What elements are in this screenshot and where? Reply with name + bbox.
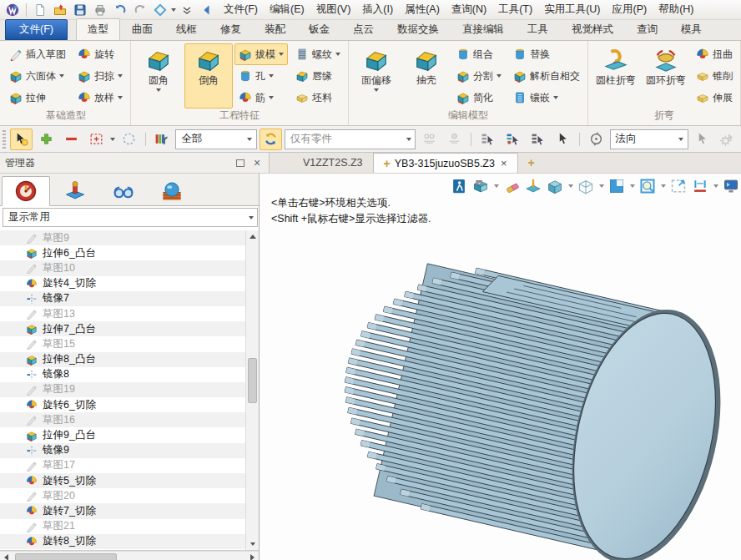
box-select-dropdown-icon[interactable] <box>110 138 115 141</box>
ribbon-button-旋转[interactable]: 旋转 <box>73 43 127 65</box>
show-common-combobox[interactable]: 显示常用 <box>3 208 258 227</box>
menu-视图(V)[interactable]: 视图(V) <box>310 1 357 18</box>
tree-item-草图9[interactable]: 草图9 <box>0 230 246 245</box>
chevron-down-icon[interactable] <box>567 184 574 188</box>
new-file-icon[interactable] <box>31 2 49 18</box>
pick-cursor-icon[interactable] <box>10 129 33 150</box>
ribbon-tab-装配[interactable]: 装配 <box>253 18 297 40</box>
menu-帮助(H)[interactable]: 帮助(H) <box>653 1 699 18</box>
ribbon-button-拔模[interactable]: 拔模 <box>234 43 288 65</box>
ribbon-button-扫掠[interactable]: 扫掠 <box>73 65 127 87</box>
ribbon-button-筋[interactable]: 筋 <box>234 87 288 108</box>
chevron-down-icon[interactable] <box>712 184 719 188</box>
wireframe-display-icon[interactable] <box>576 176 596 196</box>
chevron-down-icon[interactable] <box>374 88 379 92</box>
scrollbar-thumb[interactable] <box>15 553 117 560</box>
ribbon-tab-直接编辑[interactable]: 直接编辑 <box>451 18 516 40</box>
chevron-down-icon[interactable] <box>279 53 284 56</box>
pick-list-all-icon[interactable] <box>527 129 549 150</box>
tree-item-镜像7[interactable]: 镜像7 <box>0 291 246 306</box>
document-tab-YB3-315juzuoSB5.Z3[interactable]: +YB3-315juzuoSB5.Z3× <box>373 153 518 173</box>
chevron-down-icon[interactable] <box>497 74 502 78</box>
ribbon-button-组合[interactable]: 组合 <box>452 43 506 65</box>
tree-item-旋转8_切除[interactable]: 旋转8_切除 <box>0 534 246 549</box>
ribbon-tab-数据交换[interactable]: 数据交换 <box>386 18 451 40</box>
ribbon-button-螺纹[interactable]: 螺纹 <box>291 43 345 65</box>
normal-orient-icon[interactable] <box>585 129 607 150</box>
lasso-select-icon[interactable] <box>118 129 140 150</box>
view-orientation-icon[interactable] <box>607 176 627 196</box>
ribbon-tab-点云[interactable]: 点云 <box>341 18 386 40</box>
ribbon-button-锥削[interactable]: 锥削 <box>692 65 737 87</box>
zoom-icon[interactable] <box>638 176 658 196</box>
ribbon-button-六面体[interactable]: 六面体 <box>5 65 70 87</box>
ribbon-tab-曲面[interactable]: 曲面 <box>120 18 164 40</box>
viewport-3d[interactable]: <单击右键>环境相关选项. <Shift +鼠标右键>显示选择过滤器. <box>260 174 741 560</box>
menu-属性(A)[interactable]: 属性(A) <box>399 1 446 18</box>
sync-icon[interactable] <box>151 2 169 18</box>
ribbon-button-解析自相交[interactable]: 解析自相交 <box>509 65 584 87</box>
add-selection-icon[interactable] <box>35 129 58 150</box>
print-icon[interactable] <box>91 2 109 18</box>
menu-工具(T)[interactable]: 工具(T) <box>492 1 538 18</box>
toolbar-grip[interactable] <box>3 130 6 149</box>
manager-close-icon[interactable]: × <box>250 157 264 169</box>
tree-item-拉伸6_凸台[interactable]: 拉伸6_凸台 <box>0 245 246 260</box>
ribbon-button-面偏移[interactable]: 面偏移 <box>352 43 401 108</box>
fit-window-icon[interactable] <box>668 176 688 196</box>
pick-list-icon[interactable] <box>476 129 499 150</box>
remove-selection-icon[interactable] <box>60 129 83 150</box>
redo-icon[interactable] <box>131 2 149 18</box>
ribbon-button-圆角[interactable]: 圆角 <box>134 43 183 108</box>
customize-icon[interactable] <box>178 2 196 18</box>
tree-item-草图13[interactable]: 草图13 <box>0 306 246 321</box>
quickbar-dropdown-icon[interactable] <box>171 8 176 12</box>
chevron-down-icon[interactable] <box>675 130 688 149</box>
tab-assembly[interactable] <box>52 177 98 205</box>
scrollbar-thumb[interactable] <box>248 358 257 403</box>
close-tab-icon[interactable]: × <box>501 157 507 169</box>
chevron-down-icon[interactable] <box>156 88 161 92</box>
measure-icon[interactable] <box>690 176 710 196</box>
tree-item-拉伸9_凸台[interactable]: 拉伸9_凸台 <box>0 427 246 442</box>
save-icon[interactable] <box>71 2 89 18</box>
ribbon-tab-查询[interactable]: 查询 <box>625 18 669 40</box>
new-tab-button[interactable]: + <box>518 153 545 173</box>
tree-item-镜像8[interactable]: 镜像8 <box>0 367 246 382</box>
tree-item-草图10[interactable]: 草图10 <box>0 260 246 275</box>
ribbon-button-分割[interactable]: 分割 <box>452 65 506 87</box>
tree-item-草图16[interactable]: 草图16 <box>0 412 246 427</box>
ribbon-button-扭曲[interactable]: 扭曲 <box>692 43 737 65</box>
ribbon-button-伸展[interactable]: 伸展 <box>692 87 737 108</box>
erase-icon[interactable] <box>502 176 522 196</box>
chevron-down-icon[interactable] <box>244 209 257 226</box>
screen-icon[interactable] <box>721 176 741 196</box>
chevron-down-icon[interactable] <box>244 130 256 149</box>
tree-item-旋转4_切除[interactable]: 旋转4_切除 <box>0 276 246 291</box>
tree-item-旋转5_切除[interactable]: 旋转5_切除 <box>0 473 246 488</box>
tree-item-草图21[interactable]: 草图21 <box>0 519 246 534</box>
tree-item-草图17[interactable]: 草图17 <box>0 458 246 473</box>
chevron-down-icon[interactable] <box>553 96 558 99</box>
chevron-down-icon[interactable] <box>492 184 500 188</box>
tab-history[interactable] <box>2 176 50 206</box>
chevron-down-icon[interactable] <box>269 74 274 78</box>
scroll-right-icon[interactable] <box>246 552 259 560</box>
tree-item-镜像9[interactable]: 镜像9 <box>0 443 246 458</box>
chevron-down-icon[interactable] <box>118 74 123 78</box>
pick-list-colored-icon[interactable] <box>502 129 524 150</box>
tab-visibility[interactable] <box>100 177 147 205</box>
filter-all-combobox[interactable]: 全部 <box>175 129 256 149</box>
scroll-down-icon[interactable] <box>246 537 259 550</box>
menu-应用(P)[interactable]: 应用(P) <box>606 1 653 18</box>
datum-plane-icon[interactable] <box>523 176 543 196</box>
ribbon-tab-视觉样式[interactable]: 视觉样式 <box>560 18 625 40</box>
menu-实用工具(U)[interactable]: 实用工具(U) <box>538 1 606 18</box>
chevron-down-icon[interactable] <box>118 96 123 99</box>
ribbon-button-抽壳[interactable]: 抽壳 <box>402 43 451 108</box>
scroll-left-icon[interactable] <box>0 552 13 560</box>
tree-item-拉伸8_凸台[interactable]: 拉伸8_凸台 <box>0 352 246 367</box>
collapse-icon[interactable] <box>198 2 216 18</box>
ribbon-button-替换[interactable]: 替换 <box>509 43 584 65</box>
undo-icon[interactable] <box>111 2 129 18</box>
